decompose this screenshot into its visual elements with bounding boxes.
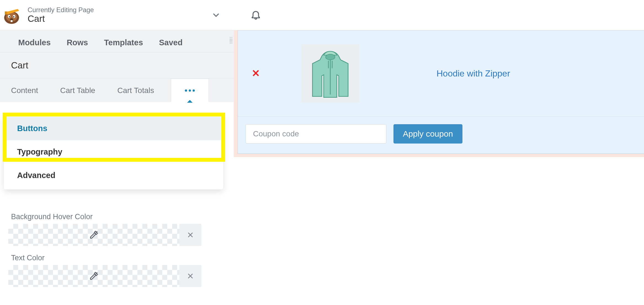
header-title: Cart: [28, 14, 208, 24]
bg-hover-color-row: [8, 224, 201, 246]
coupon-code-input[interactable]: [246, 124, 386, 144]
cart-table: ✕ Hoodie with Zipper: [238, 30, 644, 154]
header-dropdown-toggle[interactable]: [208, 7, 224, 23]
close-icon: [187, 272, 194, 280]
hoodie-icon: [307, 47, 354, 100]
subtab-content[interactable]: Content: [0, 79, 49, 102]
svg-rect-8: [5, 11, 7, 14]
dropdown-item-buttons[interactable]: Buttons: [6, 117, 221, 140]
bell-icon: [250, 9, 261, 20]
more-dropdown: Buttons Typography Advanced: [4, 115, 223, 189]
bg-hover-color-picker[interactable]: [8, 224, 179, 246]
label-bg-hover-color: Background Hover Color: [11, 213, 204, 221]
canvas-topbar: [239, 0, 644, 30]
label-text-color: Text Color: [11, 254, 204, 262]
svg-point-5: [13, 16, 15, 17]
preview-canvas: ✕ Hoodie with Zipper: [239, 0, 644, 305]
apply-coupon-button[interactable]: Apply coupon: [393, 124, 462, 144]
more-dots-icon: [185, 89, 195, 92]
header-bar: Currently Editing Page Cart: [0, 0, 239, 30]
close-icon: [187, 231, 194, 239]
product-name-link[interactable]: Hoodie with Zipper: [437, 68, 510, 79]
subtab-cart-table[interactable]: Cart Table: [49, 79, 106, 102]
tab-saved[interactable]: Saved: [159, 38, 182, 47]
coupon-row: Apply coupon: [238, 116, 644, 153]
drag-handle-icon[interactable]: ⠿⠿: [229, 38, 234, 44]
remove-item-button[interactable]: ✕: [252, 68, 260, 79]
bg-hover-clear-button[interactable]: [179, 224, 201, 246]
eyedropper-icon: [89, 230, 99, 240]
text-color-clear-button[interactable]: [179, 265, 201, 287]
product-thumbnail[interactable]: [301, 44, 359, 102]
chevron-down-icon: [211, 10, 221, 20]
tab-templates[interactable]: Templates: [104, 38, 143, 47]
tab-modules[interactable]: Modules: [18, 38, 51, 47]
cart-row: ✕ Hoodie with Zipper: [238, 30, 644, 116]
section-title: Cart: [0, 52, 239, 78]
tab-rows[interactable]: Rows: [67, 38, 88, 47]
text-color-row: [8, 265, 201, 287]
svg-point-4: [9, 16, 10, 17]
beaver-logo: [2, 5, 22, 25]
builder-sidebar: Currently Editing Page Cart Modules Rows…: [0, 0, 239, 305]
sub-tabs: Content Cart Table Cart Totals: [0, 79, 239, 102]
text-color-picker[interactable]: [8, 265, 179, 287]
header-subtitle: Currently Editing Page: [28, 6, 208, 14]
main-tabs: Modules Rows Templates Saved ⠿⠿: [0, 30, 239, 52]
settings-area: Background Hover Color Text Color: [0, 213, 210, 295]
dropdown-item-typography[interactable]: Typography: [6, 140, 221, 164]
subtab-cart-totals[interactable]: Cart Totals: [106, 79, 165, 102]
svg-rect-7: [11, 20, 13, 22]
svg-point-9: [326, 54, 335, 60]
eyedropper-icon: [89, 271, 99, 281]
notifications-button[interactable]: [250, 9, 261, 21]
dropdown-item-advanced[interactable]: Advanced: [6, 164, 221, 187]
preview-selection-outline: ✕ Hoodie with Zipper: [234, 30, 644, 157]
subtab-more[interactable]: [171, 79, 209, 102]
